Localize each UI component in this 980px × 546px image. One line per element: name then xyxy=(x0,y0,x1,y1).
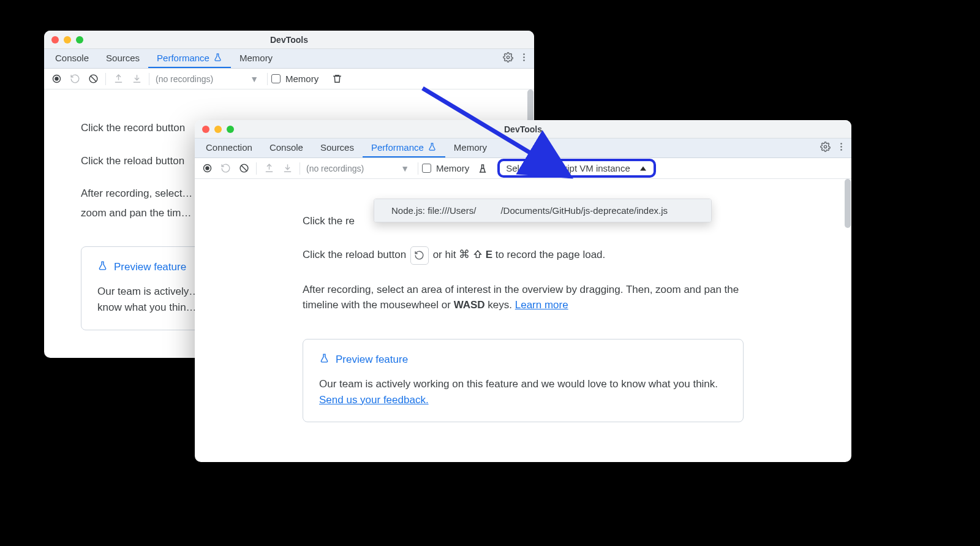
tab-sources[interactable]: Sources xyxy=(97,49,148,68)
memory-checkbox[interactable] xyxy=(271,74,281,83)
tab-bar: Connection Console Sources Performance M… xyxy=(195,138,851,158)
tab-memory[interactable]: Memory xyxy=(231,49,281,68)
svg-point-0 xyxy=(507,56,509,58)
cmd-key: ⌘ xyxy=(459,248,470,260)
reload-record-icon[interactable] xyxy=(66,70,83,88)
instruction-after: After recording, select an area of inter… xyxy=(303,282,744,313)
settings-icon[interactable] xyxy=(817,138,833,154)
recordings-select[interactable]: (no recordings) ▼ xyxy=(304,164,414,173)
svg-point-1 xyxy=(523,53,525,55)
trash-icon[interactable] xyxy=(328,70,345,88)
tab-memory[interactable]: Memory xyxy=(445,138,496,157)
instruction-reload: Click the reload button or hit ⌘ E to re… xyxy=(303,246,744,265)
kebab-icon[interactable] xyxy=(833,138,849,154)
preview-feature-card: Preview feature Our team is actively wor… xyxy=(303,339,744,423)
vm-instance-select[interactable]: Select JavaScript VM instance xyxy=(497,159,656,178)
upload-icon[interactable] xyxy=(110,70,127,88)
flask-icon xyxy=(213,53,222,64)
svg-point-3 xyxy=(523,59,525,61)
chevron-down-icon: ▼ xyxy=(250,74,258,84)
svg-point-9 xyxy=(840,143,842,145)
close-dot[interactable] xyxy=(202,126,209,133)
settings-icon[interactable] xyxy=(500,49,516,65)
chevron-down-icon: ▼ xyxy=(401,164,409,173)
feedback-link[interactable]: Send us your feedback. xyxy=(319,394,429,406)
close-dot[interactable] xyxy=(51,36,59,44)
traffic-lights xyxy=(195,126,234,133)
record-icon[interactable] xyxy=(198,160,216,177)
svg-point-11 xyxy=(840,149,842,151)
devtools-window-front: DevTools Connection Console Sources Perf… xyxy=(195,120,851,462)
flask-icon xyxy=(97,260,108,274)
minimize-dot[interactable] xyxy=(214,126,222,133)
svg-point-13 xyxy=(205,166,209,170)
perf-toolbar: (no recordings) ▼ Memory Select JavaScri… xyxy=(195,158,851,179)
broom-icon[interactable] xyxy=(474,160,491,177)
flask-icon xyxy=(319,353,330,366)
vm-instance-option[interactable]: Node.js: file:///Users//Documents/GitHub… xyxy=(374,199,711,222)
tab-connection[interactable]: Connection xyxy=(197,138,261,157)
svg-line-7 xyxy=(91,76,96,82)
svg-point-2 xyxy=(523,56,525,58)
traffic-lights xyxy=(44,36,83,44)
titlebar: DevTools xyxy=(195,120,851,138)
memory-checkbox-label: Memory xyxy=(436,163,469,173)
shift-key xyxy=(473,249,483,260)
e-key: E xyxy=(486,249,492,260)
minimize-dot[interactable] xyxy=(64,36,71,44)
tab-sources[interactable]: Sources xyxy=(312,138,363,157)
svg-point-10 xyxy=(840,146,842,148)
memory-checkbox-label: Memory xyxy=(285,74,318,84)
record-icon[interactable] xyxy=(48,70,65,88)
clear-icon[interactable] xyxy=(235,160,252,177)
triangle-up-icon xyxy=(640,166,646,170)
window-title: DevTools xyxy=(44,35,534,45)
reload-icon xyxy=(410,246,429,265)
window-title: DevTools xyxy=(195,124,851,134)
learn-more-link[interactable]: Learn more xyxy=(515,299,568,311)
tab-performance[interactable]: Performance xyxy=(363,138,445,157)
flask-icon xyxy=(428,142,437,153)
svg-point-5 xyxy=(55,77,58,80)
kebab-icon[interactable] xyxy=(516,49,532,65)
zoom-dot[interactable] xyxy=(227,126,234,133)
titlebar: DevTools xyxy=(44,31,534,49)
card-title: Preview feature xyxy=(319,353,727,366)
download-icon[interactable] xyxy=(128,70,145,88)
upload-icon[interactable] xyxy=(260,160,277,177)
reload-record-icon[interactable] xyxy=(217,160,234,177)
card-body: Our team is actively working on this fea… xyxy=(319,376,727,409)
svg-line-15 xyxy=(241,165,247,171)
tab-performance[interactable]: Performance xyxy=(148,49,231,68)
tab-console[interactable]: Console xyxy=(261,138,312,157)
perf-body: Node.js: file:///Users//Documents/GitHub… xyxy=(195,179,851,462)
vm-instance-dropdown: Node.js: file:///Users//Documents/GitHub… xyxy=(374,199,712,222)
scrollbar[interactable] xyxy=(845,179,851,228)
svg-point-8 xyxy=(824,145,826,148)
recordings-select[interactable]: (no recordings) ▼ xyxy=(153,74,263,84)
perf-toolbar: (no recordings) ▼ Memory xyxy=(44,69,534,89)
clear-icon[interactable] xyxy=(85,70,102,88)
tab-bar: Console Sources Performance Memory xyxy=(44,49,534,69)
memory-checkbox[interactable] xyxy=(422,164,431,173)
tab-console[interactable]: Console xyxy=(47,49,97,68)
download-icon[interactable] xyxy=(279,160,296,177)
zoom-dot[interactable] xyxy=(76,36,83,44)
